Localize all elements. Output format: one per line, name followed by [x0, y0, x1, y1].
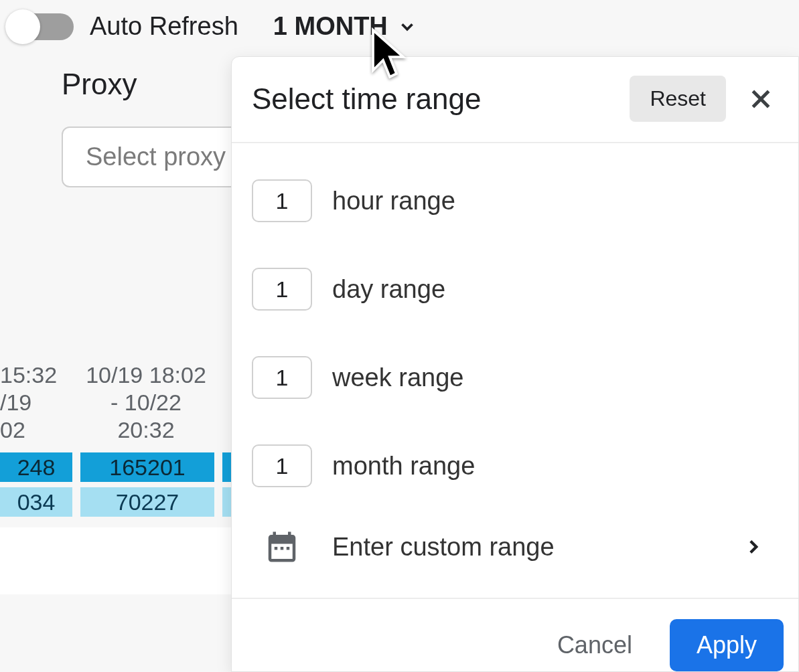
- timeline-cell[interactable]: 034: [0, 487, 72, 517]
- proxy-select[interactable]: Select proxy: [62, 127, 250, 187]
- panel-footer: Cancel Apply: [232, 598, 798, 671]
- auto-refresh-toggle[interactable]: [8, 13, 74, 40]
- calendar-icon: [264, 529, 300, 565]
- day-range-input[interactable]: [252, 268, 312, 311]
- close-button[interactable]: [743, 82, 778, 116]
- range-row-week[interactable]: week range: [252, 333, 778, 422]
- timeline-row: 034 70227: [0, 487, 233, 517]
- timeline-spacer: [0, 527, 231, 594]
- month-range-input[interactable]: [252, 444, 312, 487]
- range-row-day[interactable]: day range: [252, 245, 778, 333]
- timeline-header-text: 20:32: [79, 416, 213, 444]
- custom-range-row[interactable]: Enter custom range: [252, 510, 778, 592]
- chevron-right-icon: [742, 535, 765, 558]
- time-range-trigger-label: 1 MONTH: [273, 12, 388, 41]
- range-label: hour range: [332, 187, 455, 216]
- reset-button[interactable]: Reset: [630, 76, 726, 122]
- auto-refresh-label: Auto Refresh: [90, 12, 238, 41]
- range-label: week range: [332, 363, 463, 392]
- timeline-header-text: 10/19 18:02: [79, 361, 213, 389]
- panel-body: hour range day range week range month ra…: [232, 143, 798, 598]
- timeline-cell[interactable]: 165201: [80, 452, 214, 482]
- week-range-input[interactable]: [252, 356, 312, 399]
- time-range-trigger[interactable]: 1 MONTH: [273, 12, 417, 41]
- timeline-header-text: /19: [0, 389, 66, 416]
- timeline-header-text: 15:32: [0, 361, 66, 389]
- apply-button[interactable]: Apply: [670, 619, 784, 671]
- timeline-header-col: 15:32 /19 02: [0, 361, 72, 443]
- timeline-headers: 15:32 /19 02 10/19 18:02 - 10/22 20:32: [0, 361, 233, 443]
- panel-header: Select time range Reset: [232, 57, 798, 143]
- range-label: month range: [332, 452, 475, 481]
- custom-range-label: Enter custom range: [332, 533, 710, 562]
- toggle-thumb: [5, 9, 40, 44]
- range-label: day range: [332, 275, 445, 304]
- chevron-down-icon: [397, 17, 417, 37]
- timeline-cell[interactable]: 248: [0, 452, 72, 482]
- range-row-hour[interactable]: hour range: [252, 157, 778, 245]
- panel-title: Select time range: [252, 82, 630, 116]
- cancel-button[interactable]: Cancel: [553, 631, 636, 660]
- close-icon: [747, 86, 774, 112]
- hour-range-input[interactable]: [252, 179, 312, 222]
- range-row-month[interactable]: month range: [252, 422, 778, 510]
- timeline-header-text: - 10/22: [79, 389, 213, 416]
- timeline-cell[interactable]: 70227: [80, 487, 214, 517]
- timeline-header-text: 02: [0, 416, 66, 444]
- timeline-table: 15:32 /19 02 10/19 18:02 - 10/22 20:32 2…: [0, 361, 233, 517]
- timeline-header-col: 10/19 18:02 - 10/22 20:32: [72, 361, 220, 443]
- time-range-panel: Select time range Reset hour range day r…: [231, 56, 799, 672]
- timeline-row: 248 165201: [0, 452, 233, 482]
